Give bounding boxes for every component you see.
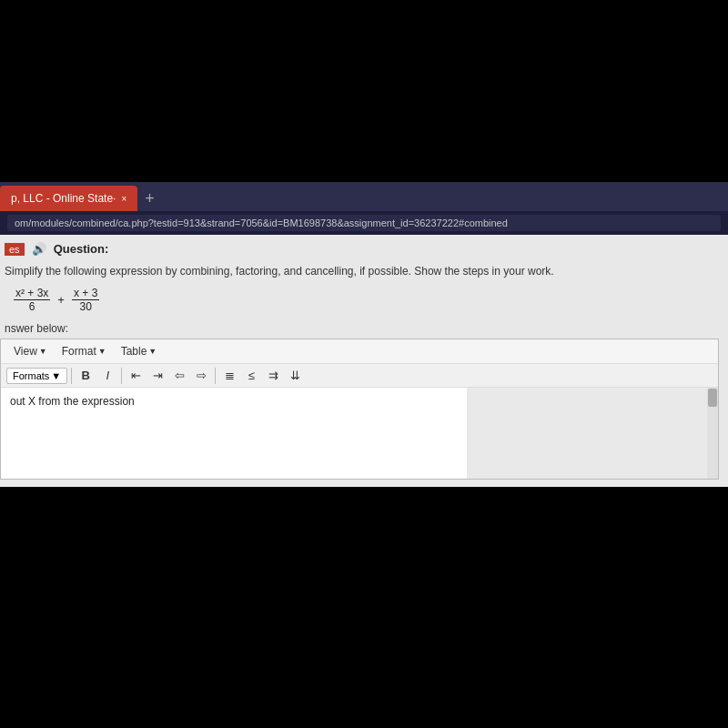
toolbar-separator-1 <box>71 368 72 384</box>
question-header: es 🔊 Question: <box>5 242 714 256</box>
fraction-1: x² + 3x 6 <box>14 287 50 313</box>
fraction-2-denominator: 30 <box>77 300 93 313</box>
view-menu-button[interactable]: View ▼ <box>8 343 53 359</box>
toolbar-separator-2 <box>121 368 122 384</box>
scrollbar-thumb[interactable] <box>708 389 717 407</box>
active-tab[interactable]: p, LLC - Online State· × <box>0 186 137 211</box>
address-bar[interactable]: om/modules/combined/ca.php?testid=913&st… <box>7 215 721 231</box>
toolbar-separator-3 <box>215 368 216 384</box>
fraction-1-denominator: 6 <box>27 300 37 313</box>
question-body: Simplify the following expression by com… <box>5 263 714 279</box>
toolbar-row-2: Formats ▼ B I ⇤ ⇥ ⇦ ⇨ ≣ ≤ ⇉ ⇊ <box>1 364 718 388</box>
italic-button[interactable]: I <box>97 367 117 384</box>
address-bar-row: om/modules/combined/ca.php?testid=913&st… <box>0 211 728 235</box>
editor-container: View ▼ Format ▼ Table ▼ Formats ▼ <box>0 339 719 480</box>
table-label: Table <box>121 345 147 358</box>
fraction-2-numerator: x + 3 <box>72 287 99 300</box>
question-label-badge: es <box>5 243 25 256</box>
formats-dropdown-button[interactable]: Formats ▼ <box>6 368 67 384</box>
ordered-list-button[interactable]: ≤ <box>241 367 261 384</box>
editor-overlay <box>467 388 718 479</box>
bold-button[interactable]: B <box>76 367 96 384</box>
align-center-button[interactable]: ⇥ <box>147 367 167 384</box>
table-menu-button[interactable]: Table ▼ <box>116 343 163 359</box>
fraction-1-numerator: x² + 3x <box>14 287 50 300</box>
black-bottom-area <box>0 487 728 728</box>
tab-title: p, LLC - Online State· <box>11 192 116 205</box>
question-title: Question: <box>54 242 109 256</box>
browser-chrome: p, LLC - Online State· × + om/modules/co… <box>0 182 728 235</box>
indent-button[interactable]: ⇉ <box>263 367 283 384</box>
tab-bar: p, LLC - Online State· × + <box>0 182 728 211</box>
format-label: Format <box>62 345 96 358</box>
format-dropdown-arrow: ▼ <box>98 347 106 356</box>
formats-arrow: ▼ <box>51 370 61 381</box>
main-layout: p, LLC - Online State· × + om/modules/co… <box>0 0 728 728</box>
content-wrapper: es 🔊 Question: Simplify the following ex… <box>0 235 728 487</box>
editor-content: out X from the expression <box>10 395 135 408</box>
view-dropdown-arrow: ▼ <box>39 347 47 356</box>
toolbar-row-1: View ▼ Format ▼ Table ▼ <box>1 339 718 364</box>
view-label: View <box>14 345 37 358</box>
tab-close-button[interactable]: × <box>121 194 126 204</box>
align-left-button[interactable]: ⇤ <box>126 367 146 384</box>
new-tab-button[interactable]: + <box>137 189 162 208</box>
unordered-list-button[interactable]: ≣ <box>219 367 239 384</box>
fraction-2: x + 3 30 <box>72 287 99 313</box>
outdent-button[interactable]: ⇊ <box>285 367 305 384</box>
speaker-icon[interactable]: 🔊 <box>32 242 46 256</box>
math-expression: x² + 3x 6 + x + 3 30 <box>14 287 714 313</box>
editor-scrollbar[interactable] <box>707 388 718 479</box>
math-operator: + <box>57 293 65 307</box>
black-top-area <box>0 0 728 182</box>
align-justify-button[interactable]: ⇨ <box>191 367 211 384</box>
formats-label: Formats <box>13 370 49 381</box>
align-right-button[interactable]: ⇦ <box>169 367 189 384</box>
table-dropdown-arrow: ▼ <box>148 347 157 356</box>
answer-label: nswer below: <box>5 322 714 335</box>
format-menu-button[interactable]: Format ▼ <box>56 343 112 359</box>
editor-area[interactable]: out X from the expression <box>1 388 718 479</box>
